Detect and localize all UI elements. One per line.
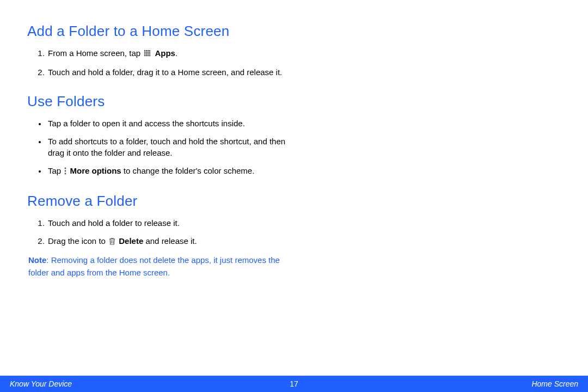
bold-text: More options: [70, 166, 121, 175]
apps-grid-icon: [144, 48, 151, 60]
svg-point-11: [149, 53, 151, 55]
text: Touch and hold a folder to release it.: [48, 218, 180, 228]
use-folders-list: Tap a folder to open it and access the s…: [27, 118, 289, 177]
bold-text: Delete: [119, 236, 143, 246]
delete-trash-icon: [109, 236, 115, 248]
bold-text: Apps: [155, 48, 175, 58]
section-heading-use-folders: Use Folders: [27, 93, 289, 110]
svg-point-3: [149, 50, 151, 52]
text: Drag the icon to: [48, 236, 108, 246]
text: .: [175, 48, 177, 58]
svg-point-0: [144, 50, 146, 52]
remove-folder-steps: Touch and hold a folder to release it. D…: [27, 217, 289, 248]
list-item: Tap a folder to open it and access the s…: [47, 118, 289, 129]
more-options-icon: [64, 166, 66, 177]
text: to change the folder's color scheme.: [121, 166, 255, 175]
svg-point-6: [148, 52, 149, 53]
note-text: Note: Removing a folder does not delete …: [27, 254, 289, 279]
footer-page-number: 17: [290, 379, 298, 388]
list-item: Drag the icon to Delete and release it.: [47, 235, 289, 248]
svg-point-8: [144, 53, 146, 55]
svg-point-2: [148, 50, 149, 52]
text: Touch and hold a folder, drag it to a Ho…: [48, 68, 282, 77]
footer-left: Know Your Device: [10, 379, 72, 388]
list-item: To add shortcuts to a folder, touch and …: [47, 136, 289, 158]
note-body: : Removing a folder does not delete the …: [28, 255, 280, 277]
note-label: Note: [28, 255, 46, 265]
svg-point-18: [65, 173, 66, 175]
text: Tap a folder to open it and access the s…: [48, 119, 245, 128]
list-item: Tap More options to change the folder's …: [47, 165, 289, 177]
section-heading-remove-folder: Remove a Folder: [27, 193, 289, 210]
svg-point-7: [149, 52, 151, 53]
list-item: From a Home screen, tap Apps.: [47, 47, 289, 60]
footer-right: Home Screen: [531, 379, 578, 388]
svg-point-15: [149, 55, 151, 57]
svg-point-12: [144, 55, 146, 57]
list-item: Touch and hold a folder to release it.: [47, 217, 289, 229]
document-content: Add a Folder to a Home Screen From a Hom…: [0, 0, 316, 279]
page-footer: Know Your Device 17 Home Screen: [0, 376, 588, 392]
svg-point-17: [65, 170, 66, 172]
section-heading-add-folder: Add a Folder to a Home Screen: [27, 23, 289, 40]
svg-point-5: [146, 52, 148, 53]
svg-point-1: [146, 50, 148, 52]
svg-point-4: [144, 52, 146, 53]
text: To add shortcuts to a folder, touch and …: [48, 137, 285, 157]
svg-point-13: [146, 55, 148, 57]
text: Tap: [48, 166, 63, 175]
svg-point-10: [148, 53, 149, 55]
svg-point-16: [65, 168, 66, 169]
text: From a Home screen, tap: [48, 48, 143, 58]
svg-point-14: [148, 55, 149, 57]
add-folder-steps: From a Home screen, tap Apps. Touch and …: [27, 47, 289, 78]
text: and release it.: [143, 236, 197, 246]
svg-point-9: [146, 53, 148, 55]
list-item: Touch and hold a folder, drag it to a Ho…: [47, 66, 289, 78]
